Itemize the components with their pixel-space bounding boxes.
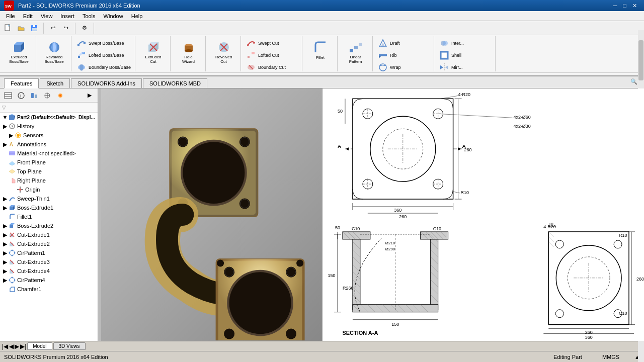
cut-extrude3-expand[interactable]: ▶ xyxy=(2,259,8,265)
tree-item-cut-extrude4[interactable]: ▶ Cut-Extrude4 xyxy=(0,266,98,276)
tree-item-boss-extrude2[interactable]: ▶ Boss-Extrude2 xyxy=(0,221,98,230)
part-name-item[interactable]: ▼ Part2 (Default<<Default>_Displ... xyxy=(0,113,98,122)
svg-rect-52 xyxy=(5,93,12,99)
svg-point-26 xyxy=(185,49,193,52)
boss-extrude1-expand[interactable]: ▶ xyxy=(2,205,8,211)
svg-text:C10: C10 xyxy=(352,226,360,231)
menu-edit[interactable]: Edit xyxy=(19,12,37,20)
swept-boss-btn[interactable]: Swept Boss/Base xyxy=(74,37,126,49)
history-expand[interactable]: ▶ xyxy=(2,123,8,129)
swept-cut-btn[interactable]: Swept Cut xyxy=(244,37,281,49)
undo-btn[interactable]: ↩ xyxy=(47,23,59,34)
lofted-cut-btn[interactable]: Lofted Cut xyxy=(244,49,281,61)
linear-pattern-btn[interactable]: LinearPattern xyxy=(339,36,373,71)
menu-tools[interactable]: Tools xyxy=(78,12,100,20)
menu-insert[interactable]: Insert xyxy=(56,12,78,20)
tree-item-right-plane[interactable]: Right Plane xyxy=(0,176,98,185)
solidworks-logo: SW xyxy=(4,1,14,11)
svg-text:10: 10 xyxy=(549,222,553,226)
cirpattern1-expand[interactable]: ▶ xyxy=(2,250,8,256)
boundary-boss-btn[interactable]: Boundary Boss/Base xyxy=(74,61,133,73)
tree-item-cirpattern4[interactable]: ▶ CirPattern4 xyxy=(0,276,98,285)
annotations-expand[interactable]: ▶ xyxy=(2,141,8,147)
extruded-cut-btn[interactable]: ExtrudedCut xyxy=(136,36,171,71)
tree-item-origin[interactable]: Origin xyxy=(0,185,98,194)
dimxpert-btn[interactable] xyxy=(41,90,53,101)
nav-prev[interactable]: ◀ xyxy=(9,343,14,350)
bottom-tab-model[interactable]: Model xyxy=(27,342,52,350)
nav-first[interactable]: |◀ xyxy=(2,343,8,350)
tree-item-front-plane[interactable]: Front Plane xyxy=(0,158,98,167)
cut-extrude2-expand[interactable]: ▶ xyxy=(2,241,8,247)
maximize-btn[interactable]: □ xyxy=(620,3,629,9)
fillet-btn[interactable]: Fillet xyxy=(303,36,338,71)
sensors-expand[interactable]: ▶ xyxy=(8,132,14,138)
3d-viewport[interactable] xyxy=(101,88,322,341)
tree-item-top-plane[interactable]: Top Plane xyxy=(0,167,98,176)
new-btn[interactable] xyxy=(2,23,14,34)
mirror-btn[interactable]: Mirr... xyxy=(437,61,465,73)
window-title: Part2 - SOLIDWORKS Premium 2016 x64 Edit… xyxy=(18,3,140,9)
nav-last[interactable]: ▶| xyxy=(20,343,26,350)
boss-extrude2-expand[interactable]: ▶ xyxy=(2,223,8,229)
propertymanager-btn[interactable]: i xyxy=(15,90,27,101)
open-btn[interactable] xyxy=(15,23,27,34)
cirpattern4-expand[interactable]: ▶ xyxy=(2,277,8,283)
extrude-boss-btn[interactable]: ExtrudedBoss/Base xyxy=(2,36,36,71)
shell-btn[interactable]: Shell xyxy=(437,49,463,61)
boundary-cut-btn[interactable]: Boundary Cut xyxy=(244,61,288,73)
tree-item-sweep-thin1[interactable]: ▶ Sweep-Thin1 xyxy=(0,194,98,203)
options-btn[interactable]: ⚙ xyxy=(78,23,91,34)
menu-view[interactable]: View xyxy=(37,12,57,20)
cut-extrude1-expand[interactable]: ▶ xyxy=(2,232,8,238)
redo-btn[interactable]: ↪ xyxy=(60,23,72,34)
collapse-panel-btn[interactable]: ▶ xyxy=(84,90,96,101)
configmanager-btn[interactable] xyxy=(28,90,40,101)
tab-sketch[interactable]: Sketch xyxy=(40,78,70,88)
revolved-boss-btn[interactable]: RevolvedBoss/Base xyxy=(37,36,71,71)
svg-point-113 xyxy=(240,137,250,146)
tab-mbd[interactable]: SOLIDWORKS MBD xyxy=(143,78,207,88)
featuremanager-btn[interactable] xyxy=(2,90,14,101)
displaymanager-btn[interactable] xyxy=(54,90,66,101)
cut-extrude4-expand[interactable]: ▶ xyxy=(2,268,8,274)
save-btn[interactable] xyxy=(28,23,40,34)
swept-boss-label: Swept Boss/Base xyxy=(89,41,124,46)
tree-item-cut-extrude2[interactable]: ▶ Cut-Extrude2 xyxy=(0,239,98,248)
mirror-label: Mirr... xyxy=(451,65,463,70)
tree-item-cut-extrude3[interactable]: ▶ Cut-Extrude3 xyxy=(0,257,98,266)
tree-item-annotations[interactable]: ▶ A Annotations xyxy=(0,140,98,149)
intersect-btn[interactable]: Inter... xyxy=(437,37,466,49)
nav-next[interactable]: ▶ xyxy=(15,343,19,350)
tree-item-chamfer1[interactable]: Chamfer1 xyxy=(0,285,98,294)
tree-item-fillet1[interactable]: Fillet1 xyxy=(0,212,98,221)
tree-item-cut-extrude1[interactable]: ▶ Cut-Extrude1 xyxy=(0,230,98,239)
svg-text:i: i xyxy=(20,94,21,99)
tab-features[interactable]: Features xyxy=(4,78,39,88)
expand-icon[interactable]: ▼ xyxy=(2,114,8,120)
tree-item-sensors[interactable]: ▶ Sensors xyxy=(0,131,98,140)
close-btn[interactable]: ✕ xyxy=(629,3,640,9)
sweep-expand[interactable]: ▶ xyxy=(2,196,8,202)
draft-btn[interactable]: Draft xyxy=(376,37,402,49)
cut-extrude1-label: Cut-Extrude1 xyxy=(17,232,50,238)
minimize-btn[interactable]: ─ xyxy=(610,3,620,9)
lofted-boss-btn[interactable]: Lofted Boss/Base xyxy=(74,49,126,61)
bottom-tab-3dviews[interactable]: 3D Views xyxy=(53,342,86,350)
rib-btn[interactable]: Rib xyxy=(376,49,399,61)
tree-item-boss-extrude1[interactable]: ▶ Boss-Extrude1 xyxy=(0,203,98,212)
tab-addins[interactable]: SOLIDWORKS Add-Ins xyxy=(71,78,142,88)
cut-extrude2-icon xyxy=(8,240,16,248)
tree-item-material[interactable]: Material <not specified> xyxy=(0,149,98,158)
tree-item-cirpattern1[interactable]: ▶ CirPattern1 xyxy=(0,248,98,257)
lofted-boss-label: Lofted Boss/Base xyxy=(89,53,124,58)
menu-window[interactable]: Window xyxy=(100,12,127,20)
revolved-cut-btn[interactable]: RevolvedCut xyxy=(207,36,241,71)
svg-text:A: A xyxy=(338,143,341,149)
menu-help[interactable]: Help xyxy=(127,12,147,20)
wrap-btn[interactable]: Wrap xyxy=(376,61,403,73)
menu-file[interactable]: File xyxy=(2,12,19,20)
hole-wizard-btn[interactable]: HoleWizard xyxy=(172,36,206,71)
tree-item-history[interactable]: ▶ History xyxy=(0,122,98,131)
origin-icon xyxy=(16,186,24,194)
